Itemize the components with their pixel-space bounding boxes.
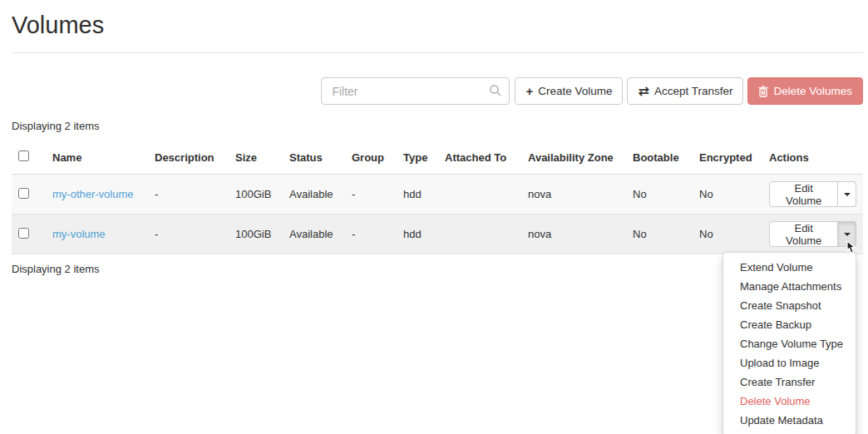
row-checkbox[interactable]	[18, 228, 29, 239]
transfer-arrows-icon: ⇄	[638, 85, 649, 98]
cell-availability-zone: nova	[521, 215, 626, 254]
column-header-actions: Actions	[762, 139, 863, 175]
column-header-status: Status	[283, 139, 345, 175]
cell-encrypted: No	[693, 175, 762, 215]
cell-type: hdd	[397, 215, 438, 254]
column-header-group: Group	[345, 139, 397, 175]
table-row: my-other-volume - 100GiB Available - hdd…	[12, 175, 863, 215]
row-actions: Edit Volume Extend Volume Manage Attachm…	[769, 221, 856, 247]
plus-icon: +	[525, 85, 533, 97]
menu-item-update-metadata[interactable]: Update Metadata	[723, 411, 856, 430]
menu-item-manage-attachments[interactable]: Manage Attachments	[723, 277, 856, 296]
column-header-type: Type	[397, 139, 438, 175]
cell-group: -	[345, 215, 397, 254]
edit-volume-button[interactable]: Edit Volume	[769, 181, 838, 207]
cell-size: 100GiB	[229, 215, 283, 254]
column-header-encrypted: Encrypted	[693, 139, 762, 175]
cell-bootable: No	[626, 215, 693, 254]
column-header-attached-to: Attached To	[438, 139, 521, 175]
chevron-down-icon	[844, 193, 851, 196]
select-all-checkbox[interactable]	[18, 150, 29, 161]
cell-attached-to	[438, 215, 521, 254]
page-title: Volumes	[12, 12, 863, 39]
create-volume-button[interactable]: + Create Volume	[515, 77, 623, 105]
column-header-size: Size	[229, 139, 283, 175]
volume-name-link[interactable]: my-volume	[52, 228, 106, 240]
cell-status: Available	[283, 215, 345, 254]
delete-volumes-label: Delete Volumes	[773, 85, 852, 97]
volumes-page: Volumes + Create Volume ⇄ Accept Transfe…	[0, 0, 868, 275]
column-header-description: Description	[148, 139, 229, 175]
search-icon	[489, 84, 502, 97]
volume-name-link[interactable]: my-other-volume	[52, 188, 134, 200]
volumes-table: Name Description Size Status Group Type …	[12, 139, 863, 254]
create-volume-label: Create Volume	[538, 85, 612, 97]
accept-transfer-label: Accept Transfer	[654, 85, 733, 97]
column-header-availability-zone: Availability Zone	[521, 139, 626, 175]
table-header-row: Name Description Size Status Group Type …	[12, 139, 863, 175]
volume-actions-menu: Extend Volume Manage Attachments Create …	[723, 252, 856, 434]
cell-status: Available	[283, 175, 345, 215]
row-checkbox[interactable]	[18, 188, 29, 199]
cell-encrypted: No	[693, 215, 762, 254]
items-count-top: Displaying 2 items	[12, 120, 863, 132]
cell-description: -	[148, 175, 229, 215]
menu-item-upload-to-image[interactable]: Upload to Image	[723, 353, 856, 372]
menu-item-create-backup[interactable]: Create Backup	[723, 315, 856, 334]
menu-item-delete-volume[interactable]: Delete Volume	[723, 392, 856, 411]
table-row: my-volume - 100GiB Available - hdd nova …	[12, 215, 863, 254]
menu-item-create-transfer[interactable]: Create Transfer	[723, 372, 856, 392]
menu-item-create-snapshot[interactable]: Create Snapshot	[723, 296, 856, 315]
trash-icon	[758, 86, 768, 97]
search-input[interactable]	[321, 77, 510, 105]
chevron-down-icon	[844, 233, 851, 236]
edit-volume-dropdown-toggle[interactable]	[838, 221, 856, 247]
edit-volume-dropdown-toggle[interactable]	[838, 181, 856, 207]
title-divider	[12, 52, 863, 53]
row-actions: Edit Volume	[769, 181, 856, 207]
cell-bootable: No	[626, 175, 693, 215]
edit-volume-button[interactable]: Edit Volume	[769, 221, 838, 247]
accept-transfer-button[interactable]: ⇄ Accept Transfer	[627, 77, 743, 105]
cell-size: 100GiB	[229, 175, 283, 215]
column-header-bootable: Bootable	[626, 139, 693, 175]
column-header-name: Name	[46, 139, 148, 175]
cell-description: -	[148, 215, 229, 254]
cell-availability-zone: nova	[521, 175, 626, 215]
filter-box	[321, 77, 510, 105]
cell-type: hdd	[397, 175, 438, 215]
cell-group: -	[345, 175, 397, 215]
menu-item-extend-volume[interactable]: Extend Volume	[723, 258, 856, 277]
delete-volumes-button[interactable]: Delete Volumes	[747, 77, 863, 105]
cell-attached-to	[438, 175, 521, 215]
menu-item-change-volume-type[interactable]: Change Volume Type	[723, 334, 856, 353]
toolbar: + Create Volume ⇄ Accept Transfer Delete…	[12, 77, 863, 105]
